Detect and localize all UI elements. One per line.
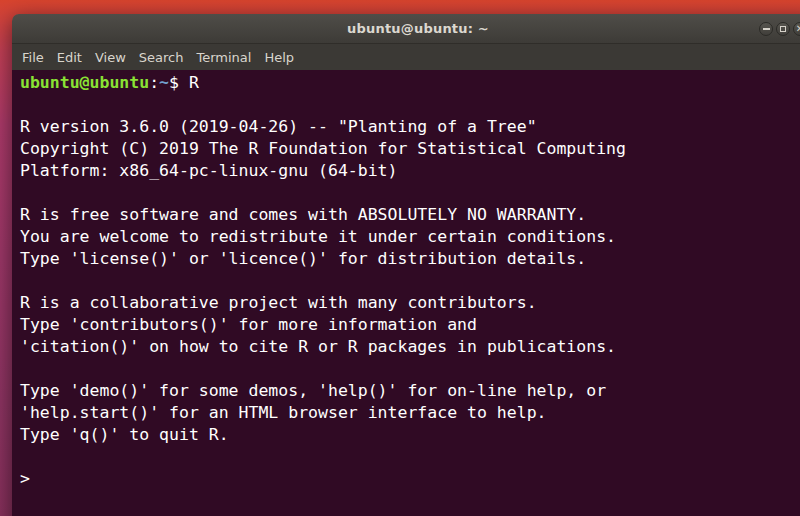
menu-item-file[interactable]: File [16, 47, 50, 68]
window-titlebar[interactable]: ubuntu@ubuntu: ~ ✕ [12, 14, 800, 44]
terminal-line: Platform: x86_64-pc-linux-gnu (64-bit) [20, 160, 800, 182]
terminal-line [20, 446, 800, 468]
close-button[interactable]: ✕ [793, 22, 800, 36]
window-controls: ✕ [12, 14, 800, 43]
terminal-text-segment: Type 'q()' to quit R. [20, 425, 229, 444]
menu-item-terminal[interactable]: Terminal [190, 47, 257, 68]
terminal-text-segment: : [149, 73, 159, 92]
terminal-text-segment: R version 3.6.0 (2019-04-26) -- "Plantin… [20, 117, 537, 136]
terminal-line: Copyright (C) 2019 The R Foundation for … [20, 138, 800, 160]
terminal-line: 'help.start()' for an HTML browser inter… [20, 402, 800, 424]
terminal-line: > [20, 468, 800, 490]
terminal-text-segment: Type 'contributors()' for more informati… [20, 315, 477, 334]
terminal-line: R is free software and comes with ABSOLU… [20, 204, 800, 226]
terminal-text-segment: > [20, 469, 40, 488]
terminal-text-segment: You are welcome to redistribute it under… [20, 227, 616, 246]
terminal-line: You are welcome to redistribute it under… [20, 226, 800, 248]
terminal-screen[interactable]: ubuntu@ubuntu:~$ RR version 3.6.0 (2019-… [12, 70, 800, 516]
terminal-text-segment: ~ [159, 73, 169, 92]
terminal-text-segment: Type 'license()' or 'licence()' for dist… [20, 249, 586, 268]
terminal-text-segment: Type 'demo()' for some demos, 'help()' f… [20, 381, 606, 400]
terminal-window: ubuntu@ubuntu: ~ ✕ FileEditViewSearchTer… [12, 14, 800, 516]
terminal-text-segment: R is free software and comes with ABSOLU… [20, 205, 586, 224]
terminal-line: 'citation()' on how to cite R or R packa… [20, 336, 800, 358]
terminal-text-segment: Platform: x86_64-pc-linux-gnu (64-bit) [20, 161, 398, 180]
menubar: FileEditViewSearchTerminalHelp [12, 44, 800, 70]
terminal-line [20, 182, 800, 204]
terminal-line [20, 94, 800, 116]
terminal-line: R version 3.6.0 (2019-04-26) -- "Plantin… [20, 116, 800, 138]
terminal-text-segment: 'help.start()' for an HTML browser inter… [20, 403, 547, 422]
menu-item-edit[interactable]: Edit [51, 47, 88, 68]
terminal-line [20, 270, 800, 292]
terminal-line: Type 'license()' or 'licence()' for dist… [20, 248, 800, 270]
terminal-text-segment: $ R [169, 73, 199, 92]
terminal-line [20, 358, 800, 380]
terminal-line: Type 'demo()' for some demos, 'help()' f… [20, 380, 800, 402]
terminal-line: Type 'q()' to quit R. [20, 424, 800, 446]
terminal-line: Type 'contributors()' for more informati… [20, 314, 800, 336]
minimize-icon [763, 28, 770, 30]
menu-item-help[interactable]: Help [258, 47, 300, 68]
maximize-icon [780, 26, 786, 32]
menu-item-search[interactable]: Search [133, 47, 190, 68]
terminal-text-segment: R is a collaborative project with many c… [20, 293, 537, 312]
desktop-background: ubuntu@ubuntu: ~ ✕ FileEditViewSearchTer… [0, 0, 800, 516]
menu-item-view[interactable]: View [89, 47, 132, 68]
maximize-button[interactable] [776, 22, 790, 36]
terminal-line: R is a collaborative project with many c… [20, 292, 800, 314]
terminal-line: ubuntu@ubuntu:~$ R [20, 72, 800, 94]
minimize-button[interactable] [759, 22, 773, 36]
terminal-text-segment: 'citation()' on how to cite R or R packa… [20, 337, 616, 356]
close-icon: ✕ [796, 24, 800, 34]
terminal-text-segment: Copyright (C) 2019 The R Foundation for … [20, 139, 626, 158]
terminal-text-segment: ubuntu@ubuntu [20, 73, 149, 92]
